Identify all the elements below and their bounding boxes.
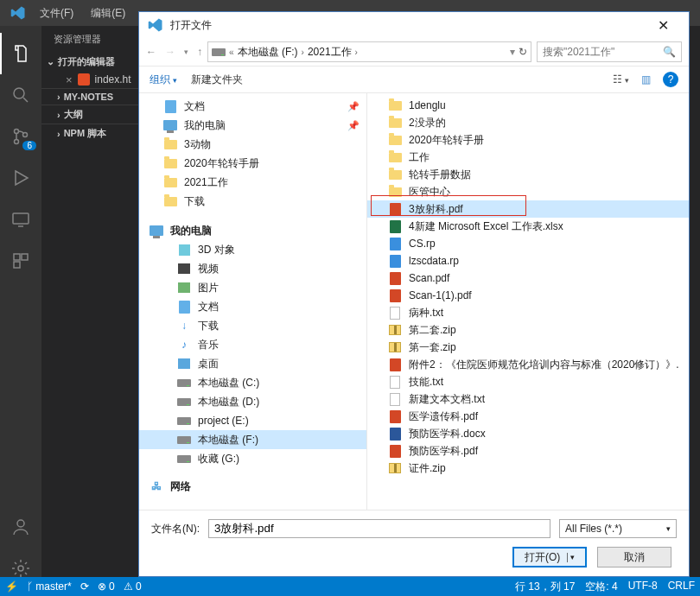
file-row[interactable]: 第二套.zip bbox=[367, 321, 689, 339]
refresh-icon[interactable]: ↻ bbox=[519, 46, 527, 58]
file-row[interactable]: 轮转手册数据 bbox=[367, 166, 689, 183]
breadcrumb-dropdown-icon[interactable]: ▾ bbox=[510, 46, 515, 58]
file-row[interactable]: 医学遗传科.pdf bbox=[367, 408, 689, 425]
tree-item[interactable]: 2021工作 bbox=[139, 173, 366, 192]
tree-item[interactable]: 收藏 (G:) bbox=[139, 449, 366, 468]
cancel-button[interactable]: 取消 bbox=[597, 547, 671, 567]
file-row[interactable]: 4新建 Microsoft Excel 工作表.xlsx bbox=[367, 218, 689, 235]
tree-item[interactable]: 下载 bbox=[139, 192, 366, 211]
menu-edit[interactable]: 编辑(E) bbox=[84, 4, 132, 22]
file-row[interactable]: 1denglu bbox=[367, 97, 689, 114]
svg-rect-6 bbox=[22, 254, 28, 260]
file-row[interactable]: Scan-1(1).pdf bbox=[367, 287, 689, 304]
eol[interactable]: CRLF bbox=[668, 580, 695, 594]
search-icon[interactable] bbox=[0, 74, 41, 116]
file-list[interactable]: 1denglu2没录的2020年轮转手册工作轮转手册数据医管中心3放射科.pdf… bbox=[367, 93, 689, 510]
file-row[interactable]: 附件2：《住院医师规范化培训内容与标准（2020修订）》. bbox=[367, 356, 689, 373]
dialog-footer: 文件名(N): All Files (*.*) ▾ 打开(O)│▾ 取消 bbox=[139, 510, 689, 576]
breadcrumb-drive[interactable]: 本地磁盘 (F:) bbox=[238, 45, 298, 60]
svg-point-1 bbox=[15, 130, 19, 134]
tree-item[interactable]: project (E:) bbox=[139, 411, 366, 430]
tree-item[interactable]: ♪音乐 bbox=[139, 335, 366, 354]
file-row[interactable]: 预防医学科.docx bbox=[367, 425, 689, 442]
file-row[interactable]: 病种.txt bbox=[367, 304, 689, 321]
tree-my-pc[interactable]: 我的电脑 bbox=[139, 221, 366, 240]
navigation-tree[interactable]: 文档📌我的电脑📌3动物2020年轮转手册2021工作下载我的电脑3D 对象视频图… bbox=[139, 93, 367, 510]
file-row[interactable]: 2没录的 bbox=[367, 114, 689, 131]
spaces[interactable]: 空格: 4 bbox=[585, 580, 617, 594]
file-row[interactable]: CS.rp bbox=[367, 235, 689, 252]
warnings-indicator[interactable]: ⚠ 0 bbox=[124, 580, 142, 593]
tree-item[interactable]: 视频 bbox=[139, 259, 366, 278]
file-row[interactable]: 医管中心 bbox=[367, 183, 689, 200]
nav-back-icon[interactable]: ← bbox=[146, 46, 156, 58]
file-name: 2没录的 bbox=[409, 116, 446, 130]
xlsx-icn-icon bbox=[388, 219, 402, 233]
pdf-icn-icon bbox=[388, 444, 402, 458]
file-row[interactable]: lzscdata.rp bbox=[367, 252, 689, 269]
file-row[interactable]: 2020年轮转手册 bbox=[367, 131, 689, 149]
file-name-label: index.ht bbox=[95, 73, 131, 86]
run-icon[interactable] bbox=[0, 157, 41, 199]
tree-item[interactable]: 文档📌 bbox=[139, 97, 366, 116]
explorer-icon[interactable] bbox=[0, 33, 41, 74]
scm-icon[interactable]: 6 bbox=[0, 116, 41, 157]
filetype-select[interactable]: All Files (*.*) ▾ bbox=[559, 519, 677, 538]
file-row[interactable]: Scan.pdf bbox=[367, 269, 689, 287]
pdf-icn-icon bbox=[388, 271, 402, 285]
tree-item[interactable]: 3D 对象 bbox=[139, 240, 366, 259]
file-row[interactable]: 工作 bbox=[367, 149, 689, 166]
tree-item[interactable]: 3动物 bbox=[139, 135, 366, 154]
file-row[interactable]: 3放射科.pdf bbox=[367, 200, 689, 218]
folder-icn-icon bbox=[388, 185, 402, 199]
nav-recent-icon[interactable]: ▾ bbox=[184, 48, 188, 56]
extensions-icon[interactable] bbox=[0, 240, 41, 282]
scm-badge: 6 bbox=[22, 141, 36, 150]
encoding[interactable]: UTF-8 bbox=[628, 580, 658, 594]
remote-indicator[interactable]: ⚡ bbox=[5, 580, 18, 593]
preview-pane-icon[interactable]: ▥ bbox=[641, 73, 651, 86]
nav-up-icon[interactable]: ↑ bbox=[197, 46, 202, 58]
file-row[interactable]: 新建文本文档.txt bbox=[367, 390, 689, 408]
file-row[interactable]: 第一套.zip bbox=[367, 339, 689, 356]
tree-item-label: 本地磁盘 (C:) bbox=[198, 376, 259, 390]
breadcrumb-folder[interactable]: 2021工作 bbox=[308, 45, 352, 60]
account-icon[interactable] bbox=[0, 506, 41, 548]
tree-item[interactable]: 本地磁盘 (C:) bbox=[139, 373, 366, 392]
remote-icon[interactable] bbox=[0, 199, 41, 240]
nav-forward-icon[interactable]: → bbox=[165, 46, 175, 58]
zip-icn-icon bbox=[388, 461, 402, 475]
organize-button[interactable]: 组织▾ bbox=[150, 73, 177, 87]
line-col[interactable]: 行 13，列 17 bbox=[515, 580, 575, 594]
file-row[interactable]: 预防医学科.pdf bbox=[367, 442, 689, 460]
menu-file[interactable]: 文件(F) bbox=[33, 4, 80, 22]
file-row[interactable]: 证件.zip bbox=[367, 460, 689, 477]
breadcrumb[interactable]: « 本地磁盘 (F:) › 2021工作 › ▾ ↻ bbox=[207, 41, 531, 62]
search-icon: 🔍 bbox=[663, 46, 676, 58]
folder-icn-icon bbox=[388, 150, 402, 164]
view-options-icon[interactable]: ☷ ▾ bbox=[613, 73, 629, 86]
close-icon[interactable]: × bbox=[66, 74, 73, 86]
branch-indicator[interactable]: ᚴ master* bbox=[27, 580, 72, 593]
errors-indicator[interactable]: ⊗ 0 bbox=[98, 580, 115, 593]
tree-item[interactable]: 本地磁盘 (F:) bbox=[139, 430, 366, 449]
tree-item[interactable]: 文档 bbox=[139, 297, 366, 316]
filename-input[interactable] bbox=[208, 519, 550, 538]
sync-indicator[interactable]: ⟳ bbox=[80, 580, 89, 593]
help-icon[interactable]: ? bbox=[663, 72, 678, 87]
tree-item[interactable]: 桌面 bbox=[139, 354, 366, 373]
open-button[interactable]: 打开(O)│▾ bbox=[512, 547, 587, 567]
tree-item[interactable]: 本地磁盘 (D:) bbox=[139, 392, 366, 411]
pin-icon: 📌 bbox=[347, 101, 360, 112]
dialog-close-button[interactable]: ✕ bbox=[646, 12, 680, 38]
tree-network[interactable]: 🖧网络 bbox=[139, 477, 366, 496]
tree-item[interactable]: 2020年轮转手册 bbox=[139, 154, 366, 173]
file-row[interactable]: 技能.txt bbox=[367, 373, 689, 390]
search-box[interactable]: 搜索"2021工作" 🔍 bbox=[537, 41, 682, 62]
tree-item[interactable]: ↓下载 bbox=[139, 316, 366, 335]
tree-item[interactable]: 我的电脑📌 bbox=[139, 116, 366, 135]
tree-item[interactable]: 图片 bbox=[139, 278, 366, 297]
open-file-dialog: 打开文件 ✕ ← → ▾ ↑ « 本地磁盘 (F:) › 2021工作 › ▾ … bbox=[138, 11, 690, 577]
new-folder-button[interactable]: 新建文件夹 bbox=[191, 73, 243, 87]
tree-item-label: 音乐 bbox=[198, 338, 219, 352]
